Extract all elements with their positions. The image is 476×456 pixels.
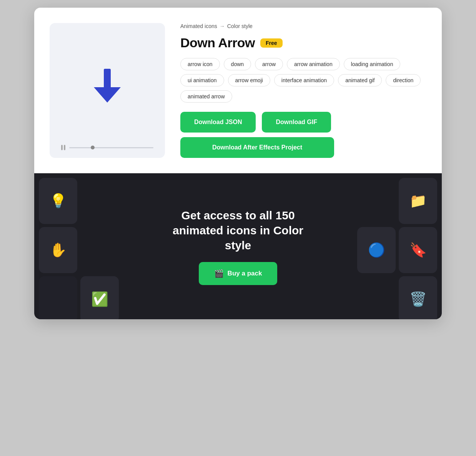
modal-container: Animated icons → Color style Down Arrow … <box>34 8 442 319</box>
page-title: Down Arrow <box>180 35 255 50</box>
info-section: Animated icons → Color style Down Arrow … <box>180 23 426 158</box>
promo-tile-check: ✅ <box>80 276 119 319</box>
promo-section: 💡 ✋ 🎵 ✅ 📁 🔵 🔖 🗑️ Get access to all 150 a… <box>34 173 442 319</box>
tag-item[interactable]: ui animation <box>180 74 224 86</box>
promo-content: Get access to all 150 animated icons in … <box>161 208 315 285</box>
promo-tile-search: 🔵 <box>357 227 396 273</box>
pause-bar-left <box>61 145 63 150</box>
breadcrumb-part1[interactable]: Animated icons <box>180 23 217 29</box>
progress-track[interactable] <box>69 147 153 148</box>
top-section: Animated icons → Color style Down Arrow … <box>34 8 442 173</box>
tag-item[interactable]: arrow icon <box>180 58 220 70</box>
promo-tile-bulb: 💡 <box>39 178 77 224</box>
playback-bar <box>57 145 157 150</box>
breadcrumb-arrow: → <box>220 23 225 29</box>
promo-tile-empty1 <box>39 276 77 319</box>
tag-item[interactable]: loading animation <box>344 58 401 70</box>
promo-tile-bookmark: 🔖 <box>399 227 437 273</box>
download-ae-button[interactable]: Download After Effects Project <box>180 137 334 158</box>
svg-marker-1 <box>94 87 121 103</box>
tag-item[interactable]: arrow emoji <box>228 74 270 86</box>
preview-box <box>50 23 165 158</box>
tag-item[interactable]: arrow animation <box>287 58 340 70</box>
tags-container: arrow icondownarrowarrow animationloadin… <box>180 58 426 103</box>
promo-title: Get access to all 150 animated icons in … <box>161 208 315 253</box>
down-arrow-svg <box>94 69 121 103</box>
tag-item[interactable]: interface animation <box>274 74 334 86</box>
pause-button[interactable] <box>61 145 65 150</box>
breadcrumb-part2[interactable]: Color style <box>227 23 253 29</box>
buy-pack-button[interactable]: 🎬 Buy a pack <box>199 262 278 285</box>
tag-item[interactable]: animated gif <box>338 74 382 86</box>
promo-tile-trash: 🗑️ <box>399 276 437 319</box>
icon-preview <box>94 35 121 141</box>
buy-icon: 🎬 <box>214 269 224 278</box>
promo-tile-folder: 📁 <box>399 178 437 224</box>
tag-item[interactable]: direction <box>386 74 421 86</box>
download-json-button[interactable]: Download JSON <box>180 112 256 133</box>
pause-bar-right <box>64 145 65 150</box>
buy-pack-label: Buy a pack <box>228 270 262 277</box>
buttons-row: Download JSON Download GIF <box>180 112 426 133</box>
ae-button-row: Download After Effects Project <box>180 137 426 158</box>
free-badge: Free <box>260 38 283 48</box>
tag-item[interactable]: down <box>224 58 251 70</box>
tag-item[interactable]: animated arrow <box>180 90 232 103</box>
download-gif-button[interactable]: Download GIF <box>262 112 331 133</box>
download-buttons: Download JSON Download GIF Download Afte… <box>180 110 426 158</box>
tag-item[interactable]: arrow <box>255 58 283 70</box>
breadcrumb: Animated icons → Color style <box>180 23 426 29</box>
promo-tile-hand: ✋ <box>39 227 77 273</box>
svg-rect-0 <box>104 69 111 89</box>
progress-thumb <box>91 146 95 149</box>
title-row: Down Arrow Free <box>180 35 426 50</box>
